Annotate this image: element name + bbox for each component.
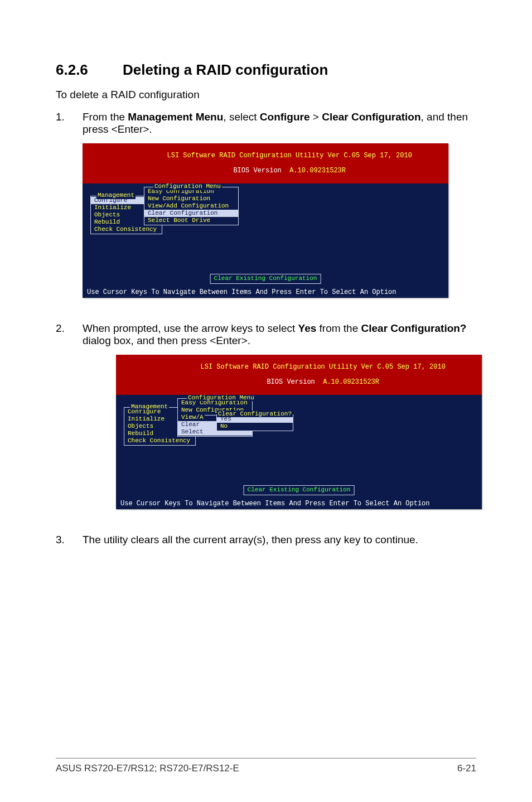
footer-page-number: 6-21	[457, 763, 476, 774]
management-menu-label: Management	[130, 403, 169, 410]
section-number: 6.2.6	[56, 61, 123, 79]
section-heading: 6.2.6Deleting a RAID configuration	[56, 61, 476, 79]
bios-title-bar: LSI Software RAID Configuration Utility …	[116, 355, 482, 395]
step-2-text: When prompted, use the arrow keys to sel…	[83, 322, 482, 523]
cfg-item-view-add[interactable]: View/Add Configuration	[144, 202, 238, 210]
footer-left: ASUS RS720-E7/RS12; RS720-E7/RS12-E	[56, 763, 239, 774]
bios-screenshot-2: LSI Software RAID Configuration Utility …	[116, 355, 482, 509]
intro-paragraph: To delete a RAID configuration	[56, 89, 476, 101]
step-number: 1.	[56, 111, 83, 311]
mgmt-item-check-consistency[interactable]: Check Consistency	[124, 437, 195, 445]
mgmt-item-check-consistency[interactable]: Check Consistency	[91, 226, 162, 233]
bios-title-bar: LSI Software RAID Configuration Utility …	[83, 143, 448, 183]
page-footer: ASUS RS720-E7/RS12; RS720-E7/RS12-E 6-21	[56, 758, 476, 774]
configuration-menu-label: Configuration Menu	[187, 395, 255, 402]
bios-status-box: Clear Existing Configuration	[244, 485, 355, 495]
bios-screenshot-1: LSI Software RAID Configuration Utility …	[83, 143, 448, 298]
management-menu-label: Management	[96, 192, 136, 199]
bios-status-text: Clear Existing Configuration	[248, 486, 351, 493]
configuration-menu-label: Configuration Menu	[153, 183, 222, 190]
bios-status-box: Clear Existing Configuration	[210, 274, 321, 284]
cfg-item-new[interactable]: New Configuration	[144, 195, 238, 202]
bios-status-text: Clear Existing Configuration	[214, 275, 317, 282]
section-title: Deleting a RAID configuration	[123, 61, 328, 78]
cfg-item-select-boot[interactable]: Select Boot Drive	[144, 217, 238, 224]
step-number: 2.	[56, 322, 83, 523]
bios-footer-help: Use Cursor Keys To Navigate Between Item…	[116, 500, 482, 509]
clear-configuration-dialog-label: Clear Configuration?	[217, 410, 293, 418]
configuration-menu-box: Configuration Menu Easy Configuration Ne…	[144, 187, 239, 225]
step-3-text: The utility clears all the current array…	[83, 534, 476, 546]
step-1-text: From the Management Menu, select Configu…	[83, 111, 476, 311]
dialog-option-no[interactable]: No	[217, 423, 293, 430]
clear-configuration-dialog: Clear Configuration? Yes No	[216, 414, 293, 431]
cfg-item-clear[interactable]: Clear Configuration	[144, 210, 238, 217]
bios-footer-help: Use Cursor Keys To Navigate Between Item…	[83, 288, 448, 298]
step-number: 3.	[56, 534, 83, 546]
